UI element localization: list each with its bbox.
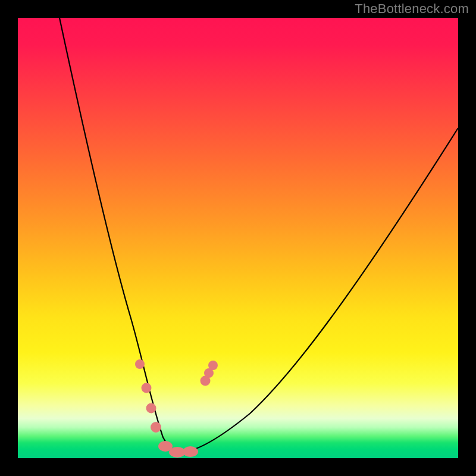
- marker-dot: [146, 403, 156, 414]
- marker-dot: [183, 446, 198, 457]
- chart-frame: TheBottleneck.com: [0, 0, 476, 476]
- marker-dot: [151, 422, 161, 433]
- marker-dot: [135, 359, 145, 369]
- marker-dot: [208, 361, 218, 370]
- watermark-text: TheBottleneck.com: [355, 1, 469, 17]
- marker-dot: [142, 383, 152, 393]
- plot-area: [18, 18, 458, 458]
- main-curve: [60, 18, 458, 452]
- chart-svg: [18, 18, 458, 458]
- marker-group: [135, 359, 218, 458]
